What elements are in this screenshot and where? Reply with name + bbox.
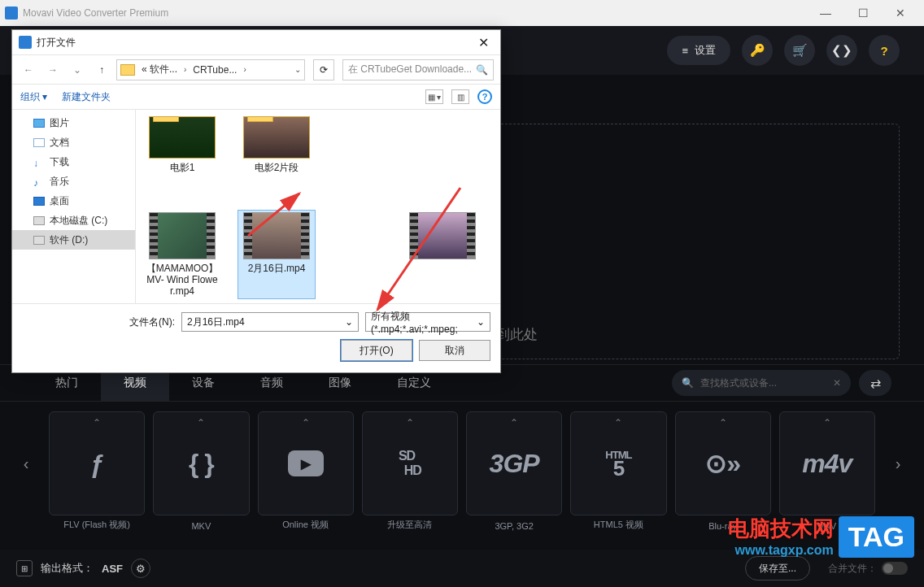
file-item-video-selected[interactable]: 2月16日.mp4 <box>238 211 315 298</box>
chevron-right-icon: › <box>243 65 246 74</box>
output-value: ASF <box>102 563 123 575</box>
organize-menu[interactable]: 组织 ▾ <box>20 90 47 104</box>
card-m4v[interactable]: ⌃m4vM4V <box>779 411 875 515</box>
address-bar[interactable]: « 软件... › CRTube... › ⌄ <box>116 59 305 80</box>
chevron-up-icon: ⌃ <box>406 417 414 428</box>
card-3gp[interactable]: ⌃3GP3GP, 3G2 <box>466 411 562 515</box>
search-placeholder: 查找格式或设备... <box>700 376 777 390</box>
format-search[interactable]: 🔍 查找格式或设备... ✕ <box>672 370 851 396</box>
watermark-url: www.tagxp.com <box>728 543 834 558</box>
nav-up[interactable]: ↑ <box>92 60 111 80</box>
tree-item-desktop[interactable]: 桌面 <box>12 191 135 211</box>
open-button[interactable]: 打开(O) <box>341 340 412 361</box>
tree-item-music[interactable]: ♪音乐 <box>12 172 135 191</box>
nav-forward: → <box>43 60 63 80</box>
output-settings[interactable]: ⚙ <box>131 559 150 578</box>
cart-button[interactable]: 🛒 <box>784 35 815 66</box>
path-segment[interactable]: CRTube... <box>190 64 240 76</box>
nav-back[interactable]: ← <box>19 60 38 80</box>
tree-item-disk-d[interactable]: 软件 (D:) <box>12 230 135 250</box>
card-label: 升级至高清 <box>387 519 432 531</box>
settings-label: 设置 <box>695 43 716 58</box>
card-label: MKV <box>191 521 211 531</box>
dialog-titlebar: 打开文件 ✕ <box>12 30 500 54</box>
help-button[interactable]: ? <box>869 35 900 66</box>
search-placeholder: 在 CRTubeGet Downloade... <box>348 63 472 76</box>
3gp-icon: 3GP <box>490 449 539 479</box>
dialog-icon <box>19 36 32 49</box>
card-flv[interactable]: ⌃ƒFLV (Flash 视频) <box>49 411 145 515</box>
chevron-down-icon[interactable]: ⌄ <box>345 316 353 328</box>
cards-next[interactable]: › <box>887 454 909 473</box>
card-label: 3GP, 3G2 <box>495 521 534 531</box>
card-bluray[interactable]: ⌃⊙»Blu-ray <box>675 411 771 515</box>
card-html5[interactable]: ⌃HTML5HTML5 视频 <box>570 411 666 515</box>
card-mkv[interactable]: ⌃{ }MKV <box>153 411 249 515</box>
share-button[interactable]: ❮❯ <box>826 35 857 66</box>
html5-icon: HTML5 <box>605 449 631 479</box>
filename-label: 文件名(N): <box>126 315 175 329</box>
tree-item-pictures[interactable]: 图片 <box>12 113 135 133</box>
tree-item-documents[interactable]: 文档 <box>12 133 135 152</box>
clear-search-icon[interactable]: ✕ <box>833 377 841 389</box>
settings-button[interactable]: ≡ 设置 <box>667 36 730 65</box>
chevron-up-icon: ⌃ <box>614 417 622 428</box>
search-icon: 🔍 <box>476 64 488 76</box>
maximize-button[interactable]: ☐ <box>844 0 882 26</box>
tree-item-downloads[interactable]: ↓下载 <box>12 152 135 172</box>
watermark-tag: TAG <box>839 516 914 558</box>
watermark-title: 电脑技术网 <box>728 515 834 543</box>
path-segment[interactable]: « 软件... <box>138 63 181 76</box>
folder-tree: 图片 文档 ↓下载 ♪音乐 桌面 本地磁盘 (C:) 软件 (D:) <box>12 110 136 303</box>
file-list: 电影1 电影2片段 【MAMAMOO】MV- Wind Flower.mp4 2… <box>136 110 500 303</box>
file-item-folder[interactable]: 电影1 <box>144 115 220 175</box>
preview-pane-button[interactable]: ▥ <box>451 89 469 104</box>
chevron-up-icon: ⌃ <box>302 417 310 428</box>
dialog-toolbar: 组织 ▾ 新建文件夹 ▦ ▾ ▥ ? <box>12 84 500 110</box>
chevron-down-icon[interactable]: ⌄ <box>294 65 301 74</box>
titlebar: Movavi Video Converter Premium ― ☐ ✕ <box>0 0 924 26</box>
tree-item-disk-c[interactable]: 本地磁盘 (C:) <box>12 211 135 230</box>
new-folder-button[interactable]: 新建文件夹 <box>62 90 111 104</box>
view-mode-button[interactable]: ▦ ▾ <box>425 89 443 104</box>
chevron-up-icon: ⌃ <box>197 417 205 428</box>
windows-icon[interactable]: ⊞ <box>16 560 33 576</box>
dialog-title: 打开文件 <box>37 36 76 50</box>
dialog-search[interactable]: 在 CRTubeGet Downloade... 🔍 <box>342 59 494 80</box>
file-item-video[interactable]: 【MAMAMOO】MV- Wind Flower.mp4 <box>144 211 220 298</box>
chevron-right-icon: › <box>184 65 186 74</box>
compare-button[interactable]: ⇄ <box>859 370 891 396</box>
format-cards: ⌃ƒFLV (Flash 视频) ⌃{ }MKV ⌃▶Online 视频 ⌃SD… <box>49 411 875 515</box>
card-online[interactable]: ⌃▶Online 视频 <box>258 411 354 515</box>
sdhd-icon: SD HD <box>399 449 421 478</box>
minimize-button[interactable]: ― <box>807 0 844 26</box>
merge-toggle[interactable]: 合并文件： <box>828 562 908 576</box>
app-icon <box>5 7 18 20</box>
flash-icon: ƒ <box>90 449 104 479</box>
dialog-help[interactable]: ? <box>477 89 492 104</box>
key-button[interactable]: 🔑 <box>742 35 773 66</box>
chevron-up-icon: ⌃ <box>93 417 101 428</box>
card-label: FLV (Flash 视频) <box>63 519 130 531</box>
card-label: HTML5 视频 <box>594 519 643 531</box>
chevron-down-icon[interactable]: ⌄ <box>477 316 485 328</box>
cards-prev[interactable]: ‹ <box>15 454 37 473</box>
chevron-up-icon: ⌃ <box>823 417 831 428</box>
mkv-icon: { } <box>189 449 214 479</box>
save-to-button[interactable]: 保存至... <box>745 556 810 580</box>
close-button[interactable]: ✕ <box>882 0 919 26</box>
cancel-button[interactable]: 取消 <box>419 340 490 361</box>
dialog-close[interactable]: ✕ <box>473 35 494 50</box>
watermark: 电脑技术网 www.tagxp.com TAG <box>728 515 914 558</box>
file-open-dialog: 打开文件 ✕ ← → ⌄ ↑ « 软件... › CRTube... › ⌄ ⟳… <box>11 29 501 373</box>
file-item-video[interactable] <box>404 211 481 298</box>
sliders-icon: ≡ <box>682 45 688 57</box>
card-hd[interactable]: ⌃SD HD升级至高清 <box>362 411 458 515</box>
refresh-button[interactable]: ⟳ <box>313 59 334 80</box>
file-type-filter[interactable]: 所有视频 (*.mp4;*.avi;*.mpeg;⌄ <box>365 312 490 332</box>
dialog-nav: ← → ⌄ ↑ « 软件... › CRTube... › ⌄ ⟳ 在 CRTu… <box>12 54 500 84</box>
filename-input[interactable]: 2月16日.mp4⌄ <box>181 312 359 332</box>
file-item-folder[interactable]: 电影2片段 <box>238 115 315 175</box>
nav-recent[interactable]: ⌄ <box>68 60 87 80</box>
search-icon: 🔍 <box>682 377 694 389</box>
